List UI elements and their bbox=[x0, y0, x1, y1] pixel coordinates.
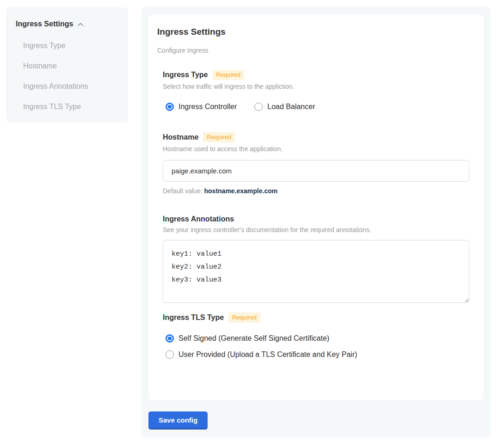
required-badge: Required bbox=[203, 132, 235, 142]
radio-option-ingress-controller[interactable]: Ingress Controller bbox=[166, 103, 237, 111]
page-subtitle: Configure Ingress bbox=[157, 47, 469, 54]
section-help-text: Hostname used to access the application. bbox=[163, 145, 469, 153]
config-nav-sidebar: Ingress Settings Ingress Type Hostname I… bbox=[6, 7, 128, 123]
config-main-panel: Ingress Settings Configure Ingress Ingre… bbox=[141, 6, 491, 438]
required-badge: Required bbox=[228, 313, 260, 323]
default-value-text: hostname.example.com bbox=[204, 187, 278, 195]
section-help-text: See your ingress controller's documentat… bbox=[163, 226, 469, 233]
radio-option-label: User Provided (Upload a TLS Certificate … bbox=[178, 350, 357, 359]
radio-option-self-signed[interactable]: Self Signed (Generate Self Signed Certif… bbox=[166, 334, 469, 343]
ingress-annotations-textarea[interactable]: key1: value1 key2: value2 key3: value3 bbox=[163, 240, 469, 303]
section-hostname: Hostname Required Hostname used to acces… bbox=[163, 132, 469, 195]
save-config-button[interactable]: Save config bbox=[148, 411, 208, 430]
section-help-text: Select how traffic will ingress to the a… bbox=[163, 83, 469, 90]
radio-icon[interactable] bbox=[166, 350, 174, 359]
sidebar-item-ingress-type[interactable]: Ingress Type bbox=[23, 42, 119, 50]
radio-option-load-balancer[interactable]: Load Balancer bbox=[254, 103, 315, 111]
section-heading: Hostname bbox=[163, 133, 198, 141]
ingress-type-radio-group: Ingress Controller Load Balancer bbox=[163, 103, 469, 111]
ingress-settings-card: Ingress Settings Configure Ingress Ingre… bbox=[148, 15, 484, 400]
page-title: Ingress Settings bbox=[157, 27, 469, 37]
hostname-default-value-line: Default value: hostname.example.com bbox=[163, 187, 469, 195]
hostname-input[interactable] bbox=[163, 160, 469, 182]
radio-icon[interactable] bbox=[254, 103, 263, 111]
required-badge: Required bbox=[213, 70, 245, 80]
sidebar-group-ingress-settings[interactable]: Ingress Settings bbox=[16, 20, 119, 28]
sidebar-item-list: Ingress Type Hostname Ingress Annotation… bbox=[23, 42, 119, 111]
chevron-up-icon bbox=[77, 21, 84, 28]
radio-icon[interactable] bbox=[166, 103, 174, 111]
sidebar-group-label: Ingress Settings bbox=[16, 20, 73, 28]
section-ingress-annotations: Ingress Annotations See your ingress con… bbox=[163, 215, 469, 303]
section-heading: Ingress Annotations bbox=[163, 215, 234, 223]
sidebar-item-ingress-annotations[interactable]: Ingress Annotations bbox=[23, 82, 119, 91]
section-ingress-type: Ingress Type Required Select how traffic… bbox=[163, 70, 469, 111]
radio-option-label: Load Balancer bbox=[267, 103, 315, 111]
ingress-tls-type-radio-group: Self Signed (Generate Self Signed Certif… bbox=[163, 334, 469, 359]
radio-option-user-provided[interactable]: User Provided (Upload a TLS Certificate … bbox=[166, 350, 469, 359]
default-value-label: Default value: bbox=[163, 187, 203, 195]
section-heading: Ingress TLS Type bbox=[163, 313, 224, 322]
section-ingress-tls-type: Ingress TLS Type Required Self Signed (G… bbox=[163, 313, 469, 359]
radio-option-label: Self Signed (Generate Self Signed Certif… bbox=[178, 334, 329, 343]
section-heading: Ingress Type bbox=[163, 71, 208, 79]
radio-icon[interactable] bbox=[166, 334, 174, 343]
sidebar-item-hostname[interactable]: Hostname bbox=[23, 62, 119, 70]
sidebar-item-ingress-tls-type[interactable]: Ingress TLS Type bbox=[23, 103, 119, 111]
radio-option-label: Ingress Controller bbox=[178, 103, 237, 111]
